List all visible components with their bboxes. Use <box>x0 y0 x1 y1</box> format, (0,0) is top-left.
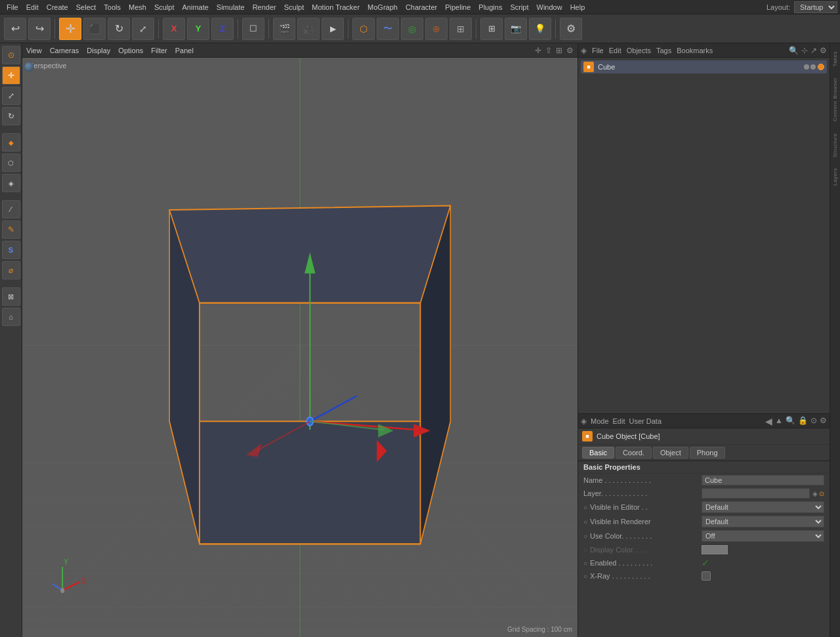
attr-vis-editor-select[interactable]: Default <box>702 501 824 513</box>
obj-icon-3[interactable]: ↗ <box>810 46 817 55</box>
undo-button[interactable]: ↩ <box>4 18 26 40</box>
menu-mesh[interactable]: Mesh <box>125 2 150 12</box>
y-axis-button[interactable]: Y <box>187 18 209 40</box>
attr-menu-mode[interactable]: Mode <box>591 417 609 425</box>
side-tab-content-browser[interactable]: Content Browser <box>831 72 839 127</box>
attr-vis-editor-radio[interactable]: ○ <box>583 504 587 511</box>
menu-sculpt2[interactable]: Sculpt <box>280 2 308 12</box>
render-region-icon[interactable]: ▶ <box>322 18 344 40</box>
attr-xray-checkbox[interactable] <box>702 571 711 581</box>
menu-pipeline[interactable]: Pipeline <box>441 2 474 12</box>
attr-xray-radio[interactable]: ○ <box>583 573 587 580</box>
side-tab-takes[interactable]: Takes <box>831 46 839 72</box>
attr-enabled-check[interactable]: ✓ <box>702 558 709 568</box>
left-tool-rotate[interactable]: ↻ <box>2 107 20 125</box>
attr-use-color-select[interactable]: Off <box>702 530 824 542</box>
x-axis-button[interactable]: X <box>163 18 185 40</box>
transform-tool[interactable]: ⤢ <box>132 18 154 40</box>
attr-vis-renderer-radio[interactable]: ○ <box>583 518 587 525</box>
cube-object-item[interactable]: ■ Cube <box>581 60 827 73</box>
z-axis-button[interactable]: Z <box>211 18 234 40</box>
obj-menu-objects[interactable]: Objects <box>627 47 651 54</box>
attr-more[interactable]: ⚙ <box>820 416 827 426</box>
attr-settings[interactable]: ⊙ <box>810 416 817 426</box>
render-icon[interactable]: 🎥 <box>297 18 320 40</box>
menu-file[interactable]: File <box>3 2 22 12</box>
field-icon[interactable]: ⊞ <box>450 18 472 40</box>
side-tab-layers[interactable]: Layers <box>831 163 839 191</box>
left-tool-move[interactable]: ✛ <box>2 66 20 85</box>
menu-window[interactable]: Window <box>533 2 566 12</box>
left-tool-scale[interactable]: ⤢ <box>2 87 20 105</box>
attr-enabled-radio[interactable]: ○ <box>583 560 587 567</box>
viewport-icon-1[interactable]: ✛ <box>535 46 541 55</box>
left-tool-pen[interactable]: ✎ <box>2 220 20 239</box>
left-tool-cube[interactable]: ◆ <box>2 133 20 152</box>
obj-icon-4[interactable]: ⚙ <box>820 46 827 55</box>
render-settings-icon[interactable]: ⚙ <box>560 18 582 40</box>
attr-display-color-swatch[interactable] <box>702 545 728 554</box>
move-tool[interactable]: ✛ <box>59 18 81 40</box>
grid-icon[interactable]: ⊞ <box>480 18 503 40</box>
viewport-menu-options[interactable]: Options <box>118 47 143 54</box>
obj-menu-file[interactable]: File <box>592 47 604 54</box>
spline-icon[interactable]: 〜 <box>377 18 399 40</box>
obj-menu-edit[interactable]: Edit <box>609 47 621 54</box>
attr-tab-object[interactable]: Object <box>653 447 688 459</box>
attr-search[interactable]: 🔍 <box>786 416 795 426</box>
viewport-menu-display[interactable]: Display <box>87 47 110 54</box>
menu-animate[interactable]: Animate <box>178 2 212 12</box>
left-tool-select[interactable]: ⊙ <box>2 46 20 64</box>
menu-sculpt[interactable]: Sculpt <box>150 2 178 12</box>
left-tool-knife[interactable]: ∕ <box>2 200 20 218</box>
menu-help[interactable]: Help <box>566 2 589 12</box>
obj-menu-bookmarks[interactable]: Bookmarks <box>677 47 713 54</box>
attr-tab-phong[interactable]: Phong <box>690 447 725 459</box>
attr-vis-renderer-select[interactable]: Default <box>702 516 824 527</box>
attr-layer-input[interactable] <box>702 488 810 499</box>
attr-tab-basic[interactable]: Basic <box>582 447 614 459</box>
viewport-menu-filter[interactable]: Filter <box>151 47 167 54</box>
object-mode-button[interactable]: ☐ <box>242 18 264 40</box>
attr-use-color-radio[interactable]: ○ <box>583 533 587 540</box>
obj-icon-2[interactable]: ⊹ <box>801 46 808 55</box>
attr-lock[interactable]: 🔒 <box>798 416 808 426</box>
camera-icon[interactable]: 🎬 <box>273 18 295 40</box>
menu-tools[interactable]: Tools <box>100 2 125 12</box>
left-tool-s[interactable]: S <box>2 241 20 259</box>
attr-name-input[interactable] <box>702 475 824 485</box>
obj-search-icon[interactable]: 🔍 <box>789 46 799 55</box>
menu-render[interactable]: Render <box>249 2 280 12</box>
cube-primitive-icon[interactable]: ⬡ <box>352 18 375 40</box>
camera2-icon[interactable]: 📷 <box>505 18 527 40</box>
attr-nav-up[interactable]: ▲ <box>775 416 783 426</box>
deformer-icon[interactable]: ⊕ <box>425 18 448 40</box>
menu-edit[interactable]: Edit <box>22 2 43 12</box>
rotate-tool[interactable]: ↻ <box>108 18 130 40</box>
left-tool-poly[interactable]: ◈ <box>2 174 20 192</box>
nurbs-icon[interactable]: ◎ <box>401 18 423 40</box>
menu-script[interactable]: Script <box>506 2 532 12</box>
viewport-globe[interactable] <box>24 62 34 72</box>
attr-tab-coord[interactable]: Coord. <box>616 447 652 459</box>
menu-create[interactable]: Create <box>43 2 72 12</box>
viewport-icon-2[interactable]: ⇧ <box>545 46 552 55</box>
viewport-icon-3[interactable]: ⊞ <box>556 46 562 55</box>
redo-button[interactable]: ↪ <box>28 18 51 40</box>
menu-simulate[interactable]: Simulate <box>213 2 249 12</box>
attr-display-color-radio[interactable]: ○ <box>583 546 587 554</box>
viewport-menu-view[interactable]: View <box>26 47 42 54</box>
light-icon[interactable]: 💡 <box>529 18 551 40</box>
left-tool-mirror[interactable]: ⊠ <box>2 287 20 306</box>
left-tool-view[interactable]: ⬡ <box>2 154 20 172</box>
side-tab-structure[interactable]: Structure <box>831 128 839 163</box>
menu-select[interactable]: Select <box>72 2 100 12</box>
menu-mograph[interactable]: MoGraph <box>364 2 402 12</box>
viewport-menu-panel[interactable]: Panel <box>175 47 194 54</box>
left-tool-brush[interactable]: ⌂ <box>2 308 20 326</box>
attr-menu-userdata[interactable]: User Data <box>629 417 662 425</box>
attr-menu-edit[interactable]: Edit <box>613 417 625 425</box>
left-tool-magnet[interactable]: ⌀ <box>2 261 20 279</box>
scale-tool[interactable]: ⬛ <box>83 18 106 40</box>
layout-select[interactable]: Startup <box>794 1 837 13</box>
